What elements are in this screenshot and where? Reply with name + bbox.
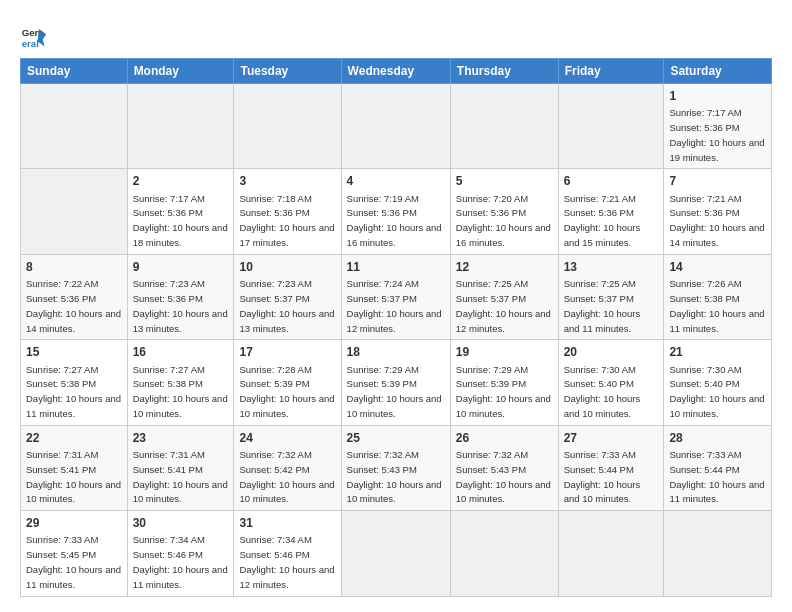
day-info: Sunrise: 7:18 AMSunset: 5:36 PMDaylight:… [239, 193, 334, 248]
day-number: 18 [347, 344, 445, 360]
calendar-header-row: SundayMondayTuesdayWednesdayThursdayFrid… [21, 59, 772, 84]
day-info: Sunrise: 7:21 AMSunset: 5:36 PMDaylight:… [669, 193, 764, 248]
day-number: 30 [133, 515, 229, 531]
calendar-week-row: 2Sunrise: 7:17 AMSunset: 5:36 PMDaylight… [21, 169, 772, 254]
day-info: Sunrise: 7:21 AMSunset: 5:36 PMDaylight:… [564, 193, 641, 248]
day-number: 23 [133, 430, 229, 446]
day-info: Sunrise: 7:24 AMSunset: 5:37 PMDaylight:… [347, 278, 442, 333]
day-info: Sunrise: 7:33 AMSunset: 5:44 PMDaylight:… [564, 449, 641, 504]
day-number: 31 [239, 515, 335, 531]
day-number: 29 [26, 515, 122, 531]
column-header-saturday: Saturday [664, 59, 772, 84]
day-info: Sunrise: 7:27 AMSunset: 5:38 PMDaylight:… [26, 364, 121, 419]
day-cell: 15Sunrise: 7:27 AMSunset: 5:38 PMDayligh… [21, 340, 128, 425]
day-cell: 6Sunrise: 7:21 AMSunset: 5:36 PMDaylight… [558, 169, 664, 254]
day-number: 14 [669, 259, 766, 275]
day-cell: 5Sunrise: 7:20 AMSunset: 5:36 PMDaylight… [450, 169, 558, 254]
day-cell: 31Sunrise: 7:34 AMSunset: 5:46 PMDayligh… [234, 511, 341, 596]
day-number: 3 [239, 173, 335, 189]
day-info: Sunrise: 7:33 AMSunset: 5:45 PMDaylight:… [26, 534, 121, 589]
day-info: Sunrise: 7:34 AMSunset: 5:46 PMDaylight:… [133, 534, 228, 589]
column-header-monday: Monday [127, 59, 234, 84]
day-cell: 14Sunrise: 7:26 AMSunset: 5:38 PMDayligh… [664, 254, 772, 339]
day-number: 16 [133, 344, 229, 360]
empty-cell [127, 84, 234, 169]
day-number: 25 [347, 430, 445, 446]
day-number: 4 [347, 173, 445, 189]
day-number: 17 [239, 344, 335, 360]
column-header-friday: Friday [558, 59, 664, 84]
day-cell: 19Sunrise: 7:29 AMSunset: 5:39 PMDayligh… [450, 340, 558, 425]
calendar-week-row: 22Sunrise: 7:31 AMSunset: 5:41 PMDayligh… [21, 425, 772, 510]
calendar-week-row: 15Sunrise: 7:27 AMSunset: 5:38 PMDayligh… [21, 340, 772, 425]
header: Gen eral [20, 18, 772, 50]
empty-cell [21, 169, 128, 254]
day-number: 24 [239, 430, 335, 446]
day-cell: 12Sunrise: 7:25 AMSunset: 5:37 PMDayligh… [450, 254, 558, 339]
day-info: Sunrise: 7:31 AMSunset: 5:41 PMDaylight:… [133, 449, 228, 504]
day-info: Sunrise: 7:22 AMSunset: 5:36 PMDaylight:… [26, 278, 121, 333]
day-cell: 20Sunrise: 7:30 AMSunset: 5:40 PMDayligh… [558, 340, 664, 425]
empty-cell [558, 511, 664, 596]
day-number: 22 [26, 430, 122, 446]
day-number: 27 [564, 430, 659, 446]
logo: Gen eral [20, 22, 50, 50]
day-cell: 22Sunrise: 7:31 AMSunset: 5:41 PMDayligh… [21, 425, 128, 510]
day-info: Sunrise: 7:27 AMSunset: 5:38 PMDaylight:… [133, 364, 228, 419]
day-info: Sunrise: 7:32 AMSunset: 5:42 PMDaylight:… [239, 449, 334, 504]
calendar-page: Gen eral SundayMondayTuesdayWednesdayThu… [0, 0, 792, 607]
day-cell: 28Sunrise: 7:33 AMSunset: 5:44 PMDayligh… [664, 425, 772, 510]
calendar-table: SundayMondayTuesdayWednesdayThursdayFrid… [20, 58, 772, 597]
day-info: Sunrise: 7:34 AMSunset: 5:46 PMDaylight:… [239, 534, 334, 589]
day-number: 7 [669, 173, 766, 189]
calendar-week-row: 1Sunrise: 7:17 AMSunset: 5:36 PMDaylight… [21, 84, 772, 169]
day-info: Sunrise: 7:19 AMSunset: 5:36 PMDaylight:… [347, 193, 442, 248]
day-cell: 7Sunrise: 7:21 AMSunset: 5:36 PMDaylight… [664, 169, 772, 254]
day-number: 6 [564, 173, 659, 189]
svg-text:eral: eral [22, 38, 39, 49]
day-number: 28 [669, 430, 766, 446]
day-number: 1 [669, 88, 766, 104]
day-cell: 26Sunrise: 7:32 AMSunset: 5:43 PMDayligh… [450, 425, 558, 510]
day-number: 13 [564, 259, 659, 275]
column-header-sunday: Sunday [21, 59, 128, 84]
day-number: 11 [347, 259, 445, 275]
day-info: Sunrise: 7:30 AMSunset: 5:40 PMDaylight:… [669, 364, 764, 419]
day-cell: 10Sunrise: 7:23 AMSunset: 5:37 PMDayligh… [234, 254, 341, 339]
day-info: Sunrise: 7:26 AMSunset: 5:38 PMDaylight:… [669, 278, 764, 333]
day-cell: 27Sunrise: 7:33 AMSunset: 5:44 PMDayligh… [558, 425, 664, 510]
day-number: 12 [456, 259, 553, 275]
day-cell: 17Sunrise: 7:28 AMSunset: 5:39 PMDayligh… [234, 340, 341, 425]
day-number: 2 [133, 173, 229, 189]
day-info: Sunrise: 7:25 AMSunset: 5:37 PMDaylight:… [456, 278, 551, 333]
day-info: Sunrise: 7:30 AMSunset: 5:40 PMDaylight:… [564, 364, 641, 419]
day-info: Sunrise: 7:32 AMSunset: 5:43 PMDaylight:… [456, 449, 551, 504]
day-cell: 23Sunrise: 7:31 AMSunset: 5:41 PMDayligh… [127, 425, 234, 510]
day-info: Sunrise: 7:17 AMSunset: 5:36 PMDaylight:… [669, 107, 764, 162]
column-header-thursday: Thursday [450, 59, 558, 84]
column-header-tuesday: Tuesday [234, 59, 341, 84]
day-cell: 29Sunrise: 7:33 AMSunset: 5:45 PMDayligh… [21, 511, 128, 596]
day-number: 8 [26, 259, 122, 275]
day-info: Sunrise: 7:33 AMSunset: 5:44 PMDaylight:… [669, 449, 764, 504]
empty-cell [450, 84, 558, 169]
day-number: 21 [669, 344, 766, 360]
day-cell: 2Sunrise: 7:17 AMSunset: 5:36 PMDaylight… [127, 169, 234, 254]
day-info: Sunrise: 7:23 AMSunset: 5:37 PMDaylight:… [239, 278, 334, 333]
day-cell: 18Sunrise: 7:29 AMSunset: 5:39 PMDayligh… [341, 340, 450, 425]
day-info: Sunrise: 7:29 AMSunset: 5:39 PMDaylight:… [347, 364, 442, 419]
day-cell: 21Sunrise: 7:30 AMSunset: 5:40 PMDayligh… [664, 340, 772, 425]
day-number: 5 [456, 173, 553, 189]
day-cell: 11Sunrise: 7:24 AMSunset: 5:37 PMDayligh… [341, 254, 450, 339]
calendar-week-row: 29Sunrise: 7:33 AMSunset: 5:45 PMDayligh… [21, 511, 772, 596]
empty-cell [558, 84, 664, 169]
svg-text:Gen: Gen [22, 27, 41, 38]
day-info: Sunrise: 7:17 AMSunset: 5:36 PMDaylight:… [133, 193, 228, 248]
day-cell: 13Sunrise: 7:25 AMSunset: 5:37 PMDayligh… [558, 254, 664, 339]
day-cell: 30Sunrise: 7:34 AMSunset: 5:46 PMDayligh… [127, 511, 234, 596]
logo-icon: Gen eral [20, 22, 48, 50]
day-info: Sunrise: 7:23 AMSunset: 5:36 PMDaylight:… [133, 278, 228, 333]
day-info: Sunrise: 7:29 AMSunset: 5:39 PMDaylight:… [456, 364, 551, 419]
day-cell: 24Sunrise: 7:32 AMSunset: 5:42 PMDayligh… [234, 425, 341, 510]
day-number: 26 [456, 430, 553, 446]
